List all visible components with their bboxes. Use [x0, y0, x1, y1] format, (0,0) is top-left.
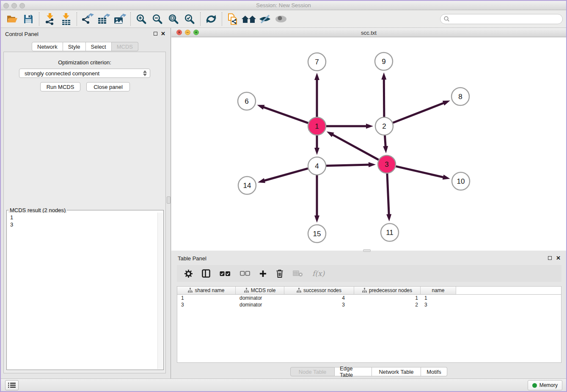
result-scrollbar[interactable] — [157, 213, 163, 369]
svg-text:6: 6 — [245, 97, 248, 105]
export-image-button[interactable] — [112, 12, 128, 26]
mcds-result-title: MCDS result (2 nodes) — [8, 207, 67, 213]
table-row[interactable]: 3 dominator 3 2 3 — [177, 301, 561, 308]
tab-network[interactable]: Network — [32, 42, 63, 51]
control-panel-title: Control Panel — [5, 31, 39, 37]
settings-gear-button[interactable] — [184, 270, 193, 278]
edge-1-6[interactable] — [263, 107, 308, 123]
optimization-criterion-select[interactable]: strongly connected component — [19, 69, 150, 78]
search-icon — [444, 16, 449, 22]
add-column-button[interactable] — [259, 270, 267, 277]
optimization-criterion-label: Optimization criterion: — [4, 59, 165, 66]
float-table-panel-icon[interactable] — [548, 256, 552, 260]
sort-hierarchy-icon — [188, 288, 193, 293]
edge-3-11[interactable] — [387, 174, 389, 215]
run-mcds-button[interactable]: Run MCDS — [40, 82, 80, 91]
graph-node-11[interactable]: 11 — [381, 224, 399, 241]
graph-node-2[interactable]: 2 — [375, 117, 393, 135]
zoom-fit-button[interactable] — [165, 12, 182, 26]
graph-node-6[interactable]: 6 — [238, 92, 256, 110]
edge-2-3[interactable] — [385, 135, 385, 147]
zoom-out-button[interactable] — [149, 12, 165, 26]
edge-4-3[interactable] — [326, 165, 370, 166]
select-all-button[interactable] — [220, 271, 231, 276]
column-header-name[interactable]: name — [421, 287, 456, 294]
tab-select[interactable]: Select — [86, 42, 112, 51]
tab-mcds[interactable]: MCDS — [112, 42, 138, 51]
refresh-view-button[interactable] — [203, 12, 219, 26]
save-session-button[interactable] — [20, 12, 36, 26]
function-builder-button[interactable]: f(x) — [312, 269, 325, 278]
mcds-result-box: MCDS result (2 nodes) 1 3 — [6, 210, 164, 370]
export-table-icon — [97, 14, 110, 25]
control-panel-tabs: Network Style Select MCDS — [32, 42, 138, 51]
graph-node-7[interactable]: 7 — [308, 53, 326, 71]
export-network-button[interactable] — [80, 12, 96, 26]
edge-arrow-3-10 — [443, 175, 450, 180]
tab-node-table[interactable]: Node Table — [290, 367, 335, 376]
zoom-in-button[interactable] — [133, 12, 149, 26]
table-row[interactable]: 1 dominator 4 1 1 — [177, 295, 561, 301]
sort-hierarchy-icon — [362, 288, 367, 293]
delete-table-button[interactable] — [293, 270, 303, 277]
graph-node-10[interactable]: 10 — [452, 172, 470, 190]
import-table-button[interactable] — [58, 12, 74, 26]
unchecked-boxes-icon — [240, 271, 250, 276]
network-canvas[interactable]: 1234678910111415 — [171, 37, 566, 251]
optimization-criterion-value: strongly connected component — [25, 70, 99, 77]
close-panel-icon[interactable]: ✕ — [161, 30, 165, 37]
graph-node-8[interactable]: 8 — [451, 88, 469, 105]
svg-text:3: 3 — [385, 160, 388, 168]
refresh-icon — [205, 14, 217, 25]
hide-detail-button[interactable] — [257, 12, 273, 26]
graph-node-14[interactable]: 14 — [238, 177, 256, 194]
column-header-shared-name[interactable]: shared name — [177, 287, 236, 294]
clone-network-button[interactable] — [225, 12, 241, 26]
deselect-all-button[interactable] — [240, 271, 250, 276]
tab-edge-table[interactable]: Edge Table — [335, 367, 372, 376]
graph-node-1[interactable]: 1 — [308, 117, 326, 135]
close-table-panel-icon[interactable]: ✕ — [556, 255, 561, 261]
delete-column-button[interactable] — [276, 269, 284, 278]
search-input[interactable] — [451, 16, 559, 22]
close-panel-button[interactable]: Close panel — [86, 82, 130, 91]
graph-node-4[interactable]: 4 — [308, 157, 326, 175]
open-session-button[interactable] — [4, 12, 20, 26]
eye-icon — [275, 14, 287, 24]
graph-node-9[interactable]: 9 — [375, 52, 393, 70]
show-detail-button[interactable] — [273, 12, 289, 26]
edge-2-9[interactable] — [384, 78, 384, 117]
search-field[interactable] — [440, 14, 563, 24]
edge-arrow-3-1 — [327, 131, 334, 137]
home-layout-button[interactable] — [241, 12, 257, 26]
svg-text:7: 7 — [315, 58, 319, 66]
svg-text:2: 2 — [382, 122, 386, 130]
memory-button[interactable]: Memory — [528, 380, 562, 390]
export-table-button[interactable] — [96, 12, 112, 26]
tab-motifs[interactable]: Motifs — [421, 367, 447, 376]
network-graph[interactable]: 1234678910111415 — [171, 37, 566, 251]
vertical-splitter-handle[interactable] — [167, 196, 171, 204]
graph-node-15[interactable]: 15 — [308, 225, 326, 243]
column-header-successor-nodes[interactable]: successor nodes — [284, 287, 354, 294]
edge-3-1[interactable] — [332, 134, 379, 160]
column-header-mcds-role[interactable]: MCDS role — [236, 287, 284, 294]
edge-3-10[interactable] — [396, 166, 444, 177]
graph-node-3[interactable]: 3 — [378, 155, 396, 173]
network-view-window: × − + scc.txt 1234678910111415 — [171, 28, 566, 251]
edge-2-8[interactable] — [393, 102, 445, 123]
header-filler — [456, 287, 561, 294]
svg-text:4: 4 — [315, 162, 319, 170]
import-network-button[interactable] — [42, 12, 58, 26]
show-column-panel-button[interactable] — [202, 269, 210, 278]
zoom-selected-button[interactable] — [182, 12, 198, 26]
task-history-button[interactable] — [5, 380, 19, 390]
mcds-result-list[interactable]: 1 3 — [7, 213, 157, 369]
column-header-predecessor-nodes[interactable]: predecessor nodes — [354, 287, 421, 294]
float-panel-icon[interactable] — [154, 32, 157, 36]
node-table: shared name MCDS role successor nodes pr… — [177, 286, 561, 363]
edge-4-14[interactable] — [264, 168, 308, 181]
tab-style[interactable]: Style — [63, 42, 86, 51]
tab-network-table[interactable]: Network Table — [372, 367, 421, 376]
cell-predecessor-nodes: 2 — [354, 302, 421, 308]
